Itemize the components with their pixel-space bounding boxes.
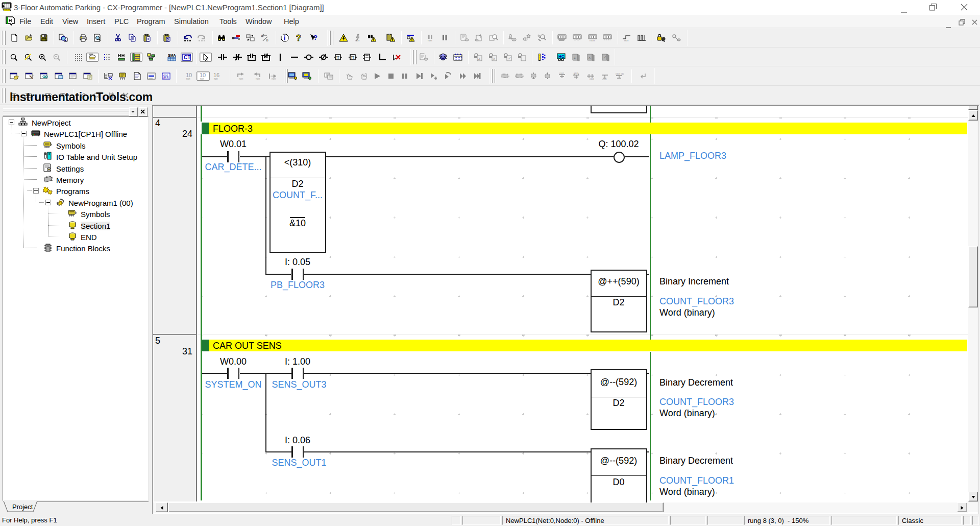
svg-text:-: -	[522, 56, 524, 61]
svg-text:B: B	[266, 38, 268, 42]
svg-text:z: z	[574, 55, 576, 60]
svg-text:✓: ✓	[603, 55, 607, 60]
svg-text:non: non	[214, 78, 218, 80]
svg-text:0101: 0101	[602, 78, 607, 80]
svg-text:z: z	[478, 56, 480, 61]
svg-text:SMA: SMA	[168, 54, 176, 57]
svg-text:0101: 0101	[559, 72, 565, 75]
svg-text:A: A	[261, 34, 263, 38]
svg-text:non: non	[272, 77, 276, 80]
svg-text:010: 010	[163, 77, 169, 80]
svg-text:non: non	[590, 39, 595, 42]
svg-text:non: non	[200, 78, 204, 80]
svg-text:?: ?	[313, 34, 317, 41]
svg-text:non: non	[186, 78, 190, 80]
svg-text:non: non	[256, 77, 260, 80]
svg-text:non: non	[624, 39, 629, 42]
svg-text:0101 0101: 0101 0101	[616, 73, 624, 75]
svg-text:x: x	[493, 56, 495, 61]
svg-text:HC: HC	[558, 54, 565, 59]
svg-text:✓: ✓	[508, 56, 511, 61]
svg-text:non: non	[428, 39, 432, 42]
svg-text:0101: 0101	[590, 78, 595, 80]
svg-text:甘: 甘	[351, 56, 355, 59]
svg-text:?: ?	[296, 34, 301, 42]
svg-text:0101: 0101	[574, 72, 579, 75]
svg-text:甘: 甘	[336, 56, 340, 59]
svg-text:Project: Project	[12, 503, 33, 511]
svg-text:non: non	[355, 39, 360, 42]
svg-text:CT: CT	[184, 55, 190, 60]
svg-text:non: non	[239, 77, 243, 80]
svg-text:x: x	[589, 55, 591, 60]
